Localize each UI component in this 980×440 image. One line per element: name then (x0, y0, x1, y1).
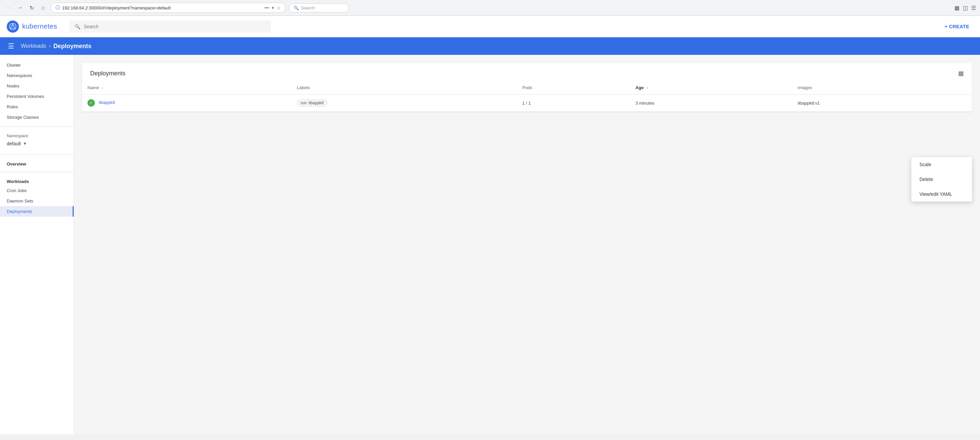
col-pods: Pods (517, 81, 630, 94)
kubernetes-logo-icon (7, 21, 19, 33)
app-search-icon: 🔍 (75, 24, 80, 29)
cluster-section-title: Cluster (0, 60, 74, 70)
create-button[interactable]: + CREATE (941, 21, 973, 32)
context-menu-view-yaml[interactable]: View/edit YAML (912, 187, 972, 201)
col-name[interactable]: Name ↕ (82, 81, 291, 94)
content-area: Deployments ▦ Name ↕ Labels (74, 55, 980, 434)
namespace-dropdown[interactable]: default ▼ (7, 140, 67, 148)
status-ok-icon: ✓ (88, 99, 95, 107)
sidebar-item-persistent-volumes[interactable]: Persistent Volumes (0, 91, 74, 102)
browser-nav-buttons: ← → ↻ ⌂ (4, 3, 48, 13)
context-menu-scale[interactable]: Scale (912, 157, 972, 172)
browser-search-placeholder: Search (301, 5, 315, 10)
col-images-label: Images (798, 85, 812, 90)
col-name-label: Name (88, 85, 99, 90)
sidebar-item-daemon-sets[interactable]: Daemon Sets (0, 196, 74, 206)
namespace-value: default (7, 141, 21, 146)
breadcrumb-separator: › (49, 43, 51, 49)
table-row: ✓ libappk8 run: libappk8 1 / 1 3 minutes… (82, 94, 972, 112)
browser-chrome: ← → ↻ ⌂ ⓘ 192.168.64.2:30000/#!/deployme… (0, 0, 980, 16)
main-layout: Cluster Namespaces Nodes Persistent Volu… (0, 55, 980, 434)
back-button[interactable]: ← (4, 3, 13, 13)
app-search-bar[interactable]: 🔍 (69, 21, 271, 33)
browser-search-bar[interactable]: 🔍 Search (288, 3, 349, 13)
sidebar-item-storage-classes[interactable]: Storage Classes (0, 112, 74, 123)
col-labels: Labels (291, 81, 517, 94)
workloads-header[interactable]: Workloads (0, 176, 74, 185)
row-labels-cell: run: libappk8 (291, 94, 517, 112)
namespace-label: Namespace (7, 134, 67, 138)
label-chip: run: libappk8 (297, 99, 328, 107)
namespace-selector: Namespace default ▼ (0, 131, 74, 150)
star-icon: ☆ (277, 5, 281, 10)
address-bar[interactable]: ⓘ 192.168.64.2:30000/#!/deployment?names… (51, 3, 286, 13)
sidebar-divider-2 (0, 155, 74, 155)
sidebar-item-deployments[interactable]: Deployments (0, 206, 74, 217)
context-menu-delete[interactable]: Delete (912, 172, 972, 187)
row-age-cell: 3 minutes (630, 94, 793, 112)
sidebar-item-cron-jobs[interactable]: Cron Jobs (0, 185, 74, 196)
filter-icon[interactable]: ▦ (958, 70, 964, 77)
app-search-input[interactable] (84, 24, 266, 29)
row-pods-cell: 1 / 1 (517, 94, 630, 112)
card-header: Deployments ▦ (82, 63, 972, 81)
browser-menu-icon[interactable]: ☰ (971, 5, 976, 11)
security-icon: ⓘ (56, 5, 60, 11)
nav-bar: ☰ Workloads › Deployments (0, 37, 980, 55)
forward-button[interactable]: → (16, 3, 25, 13)
sidebar-item-roles[interactable]: Roles (0, 102, 74, 112)
svg-line-4 (13, 24, 16, 28)
sidebar-item-nodes[interactable]: Nodes (0, 81, 74, 91)
app-header: kubernetes 🔍 + CREATE (0, 16, 980, 37)
svg-line-5 (10, 24, 13, 28)
table-head: Name ↕ Labels Pods Age ↑ (82, 81, 972, 94)
more-icon: ••• (264, 5, 269, 10)
sidebar-divider-3 (0, 172, 74, 172)
col-labels-label: Labels (297, 85, 310, 90)
address-icons: ••• ✦ ☆ (264, 5, 281, 10)
col-images: Images (792, 81, 972, 94)
sidebar: Cluster Namespaces Nodes Persistent Volu… (0, 55, 74, 434)
breadcrumb-current: Deployments (54, 43, 91, 50)
app-logo: kubernetes (7, 21, 57, 33)
content-wrapper: Deployments ▦ Name ↕ Labels (82, 63, 972, 112)
sidebar-divider-1 (0, 126, 74, 127)
app-logo-text: kubernetes (22, 22, 57, 30)
hamburger-icon[interactable]: ☰ (7, 41, 16, 51)
breadcrumb-parent[interactable]: Workloads (21, 43, 46, 49)
tab-switcher-icon[interactable]: ◫ (963, 5, 968, 11)
breadcrumb: Workloads › Deployments (21, 43, 91, 50)
table-body: ✓ libappk8 run: libappk8 1 / 1 3 minutes… (82, 94, 972, 112)
reload-button[interactable]: ↻ (27, 3, 36, 13)
row-name-cell: ✓ libappk8 (82, 94, 291, 112)
deployments-table: Name ↕ Labels Pods Age ↑ (82, 81, 972, 112)
col-age[interactable]: Age ↑ (630, 81, 793, 94)
col-age-sort-icon: ↑ (646, 86, 648, 90)
deployments-card: Deployments ▦ Name ↕ Labels (82, 63, 972, 112)
namespace-arrow-icon: ▼ (23, 141, 27, 146)
address-text: 192.168.64.2:30000/#!/deployment?namespa… (62, 5, 259, 10)
reading-list-icon[interactable]: ▩ (955, 5, 959, 11)
row-images-cell: libappk8:v1 (792, 94, 972, 112)
home-button[interactable]: ⌂ (38, 3, 48, 13)
sidebar-item-namespaces[interactable]: Namespaces (0, 70, 74, 81)
deployment-link[interactable]: libappk8 (99, 100, 115, 105)
card-title: Deployments (90, 70, 126, 77)
browser-toolbar-icons: ▩ ◫ ☰ (955, 5, 976, 11)
context-menu: Scale Delete View/edit YAML (912, 157, 972, 201)
col-pods-label: Pods (522, 85, 532, 90)
col-age-label: Age (636, 85, 644, 90)
pocket-icon: ✦ (271, 5, 275, 10)
browser-search-icon: 🔍 (294, 5, 299, 10)
col-name-sort-icon: ↕ (102, 86, 103, 90)
overview-header[interactable]: Overview (0, 159, 74, 168)
